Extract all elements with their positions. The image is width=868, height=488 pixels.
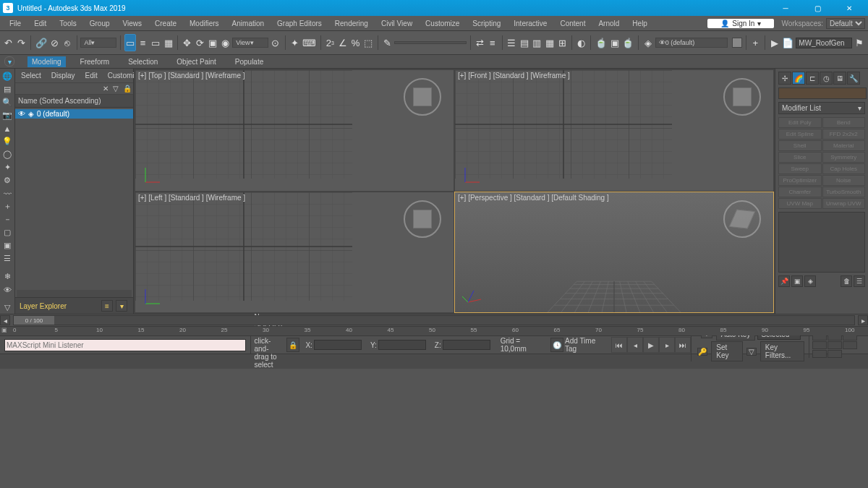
script-open-button[interactable]: 📄 [781,34,794,51]
menu-interactive[interactable]: Interactive [507,18,553,29]
ribbon-tab-populate[interactable]: Populate [231,56,268,67]
selection-filter-dropdown[interactable]: All ▾ [80,38,116,48]
se-menu-edit[interactable]: Edit [81,70,102,81]
menu-customize[interactable]: Customize [419,18,466,29]
hierarchy-tab[interactable]: ⊏ [806,72,819,85]
pin-stack-button[interactable]: 📌 [778,275,790,287]
nav-orbit-button[interactable] [812,350,827,358]
menu-views[interactable]: Views [116,18,149,29]
spinner-snap-button[interactable]: ⬚ [362,34,374,51]
object-color-swatch[interactable] [778,87,867,99]
se-footer-btn2[interactable]: ▾ [116,300,127,312]
se-column-header[interactable]: Name (Sorted Ascending) [15,95,133,108]
lt-warp-icon[interactable]: 〰 [1,187,14,200]
mod-btn-symmetry[interactable]: Symmetry [822,152,866,163]
lt-filter-icon[interactable]: ▽ [1,301,14,314]
isolate-selection-button[interactable]: ◈ [642,34,654,51]
prev-frame-button[interactable]: ◂ [627,337,643,353]
mod-btn-ffd[interactable]: FFD 2x2x2 [822,129,866,140]
modify-tab[interactable]: 🌈 [792,72,805,85]
menu-animation[interactable]: Animation [226,18,271,29]
named-selection-dropdown[interactable] [394,41,467,44]
signin-button[interactable]: 👤 Sign In ▾ [707,19,774,28]
toggle-layer-button[interactable]: ▤ [519,34,530,51]
modifier-list-dropdown[interactable]: Modifier List▾ [778,102,865,114]
menu-civilview[interactable]: Civil View [375,18,419,29]
mod-btn-shell[interactable]: Shell [778,140,822,151]
redo-button[interactable]: ↷ [16,34,27,51]
maximize-button[interactable]: ▢ [801,0,833,16]
coord-y-input[interactable] [378,340,426,350]
lt-layer-icon[interactable]: ▤ [1,83,14,95]
edit-selection-button[interactable]: ✎ [381,34,393,51]
lt-bone-icon[interactable]: ⚙ [1,174,14,187]
menu-help[interactable]: Help [626,18,654,29]
mod-btn-slice[interactable]: Slice [778,152,822,163]
isolate-set-dropdown[interactable]: 👁 0 (default) [655,38,728,48]
menu-tools[interactable]: Tools [53,18,82,29]
ribbon-tab-freeform[interactable]: Freeform [76,56,114,67]
ref-coord-dropdown[interactable]: View ▾ [232,38,268,48]
plus-button[interactable]: + [750,34,762,51]
se-menu-select[interactable]: Select [17,70,46,81]
viewport-perspective-label[interactable]: [+] [Perspective ] [Standard ] [Default … [458,194,609,202]
undo-button[interactable]: ↶ [3,34,14,51]
select-rotate-button[interactable]: ⟳ [195,34,206,51]
key-set-icon[interactable]: 🔑 [697,348,707,356]
lt-light-icon[interactable]: 💡 [1,135,14,147]
lt-search-icon[interactable]: 🔍 [1,96,14,108]
key-filters-icon[interactable]: ▽ [746,348,757,356]
lt-object-icon[interactable]: ▢ [1,226,14,239]
mod-btn-editspline[interactable]: Edit Spline [778,129,822,140]
mod-btn-material[interactable]: Material [822,140,866,151]
time-tag-label[interactable]: Add Time Tag [565,337,604,353]
mod-btn-turbosmooth[interactable]: TurboSmooth [822,187,866,197]
workspaces-dropdown[interactable]: Default [826,18,865,29]
lt-hide-icon[interactable]: 👁 [1,283,14,296]
time-slider[interactable]: 0 / 100 [13,315,855,325]
script-run-button[interactable]: ▶ [769,34,780,51]
select-object-button[interactable]: ▭ [124,34,136,51]
mod-btn-sweep[interactable]: Sweep [778,163,822,174]
viewport-front[interactable]: [+] [Front ] [Standard ] [Wireframe ] [455,70,773,191]
mod-btn-capholes[interactable]: Cap Holes [822,163,866,174]
menu-group[interactable]: Group [83,18,116,29]
mod-btn-unwrap[interactable]: Unwrap UVW [822,198,866,209]
mod-btn-noise[interactable]: Noise [822,175,866,186]
percent-snap-button[interactable]: % [350,34,362,51]
viewport-front-label[interactable]: [+] [Front ] [Standard ] [Wireframe ] [458,72,570,80]
lt-camera-icon[interactable]: 📷 [1,109,14,121]
make-unique-button[interactable]: ◈ [804,275,816,287]
color-swatch[interactable] [732,38,742,48]
link-button[interactable]: 🔗 [35,34,48,51]
ribbon-toggle-button[interactable]: ▾ [4,56,14,67]
nav-zoom-extents-button[interactable] [827,341,842,349]
keyboard-shortcut-button[interactable]: ⌨ [302,34,317,51]
script-name-input[interactable] [796,38,852,48]
lt-list-icon[interactable]: ☰ [1,252,14,265]
menu-scripting[interactable]: Scripting [466,18,507,29]
select-move-button[interactable]: ✥ [182,34,193,51]
show-end-result-button[interactable]: ▣ [791,275,803,287]
lock-selection-button[interactable]: 🔒 [286,338,299,352]
viewcube-top[interactable] [403,77,442,116]
maxscript-listener[interactable] [0,336,251,354]
nav-fov-button[interactable] [812,341,827,349]
material-editor-button[interactable]: ◐ [576,34,587,51]
render-setup-button[interactable]: 🍵 [595,34,608,51]
nav-maximize-button[interactable] [827,350,842,358]
next-frame-button[interactable]: ▸ [659,337,675,353]
unlink-button[interactable]: ⊘ [49,34,61,51]
viewcube-left[interactable] [403,200,442,239]
create-tab[interactable]: ✢ [778,72,791,85]
viewport-left-label[interactable]: [+] [Left ] [Standard ] [Wireframe ] [138,194,245,202]
lt-freeze-icon[interactable]: ❄ [1,270,14,283]
time-next-button[interactable]: ▸ [858,315,868,325]
goto-start-button[interactable]: ⏮ [611,337,627,353]
time-slider-thumb[interactable]: 0 / 100 [14,316,54,325]
select-scale-button[interactable]: ▣ [207,34,218,51]
se-row-default[interactable]: 👁 ◈ 0 (default) [15,109,133,119]
menu-create[interactable]: Create [148,18,183,29]
nav-zoom-extents-all-button[interactable] [843,341,857,349]
remove-modifier-button[interactable]: 🗑 [841,275,852,287]
